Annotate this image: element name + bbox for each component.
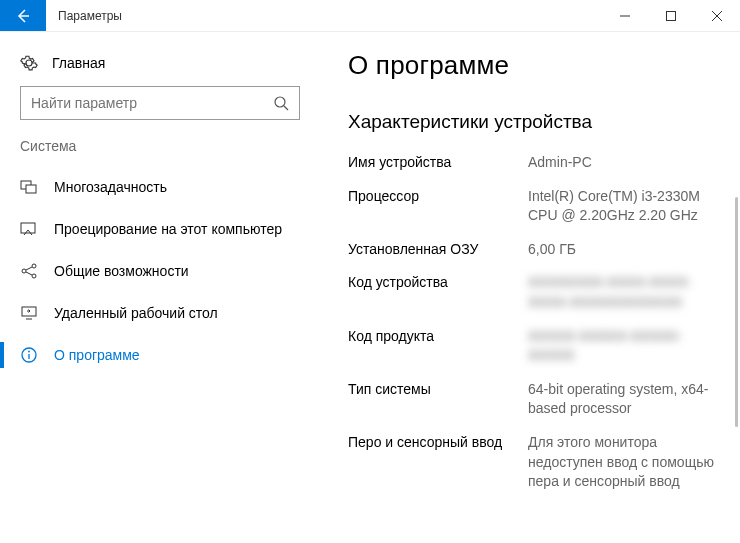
arrow-left-icon <box>15 8 31 24</box>
svg-point-5 <box>275 97 285 107</box>
spec-row-product-id: Код продукта XXXXX-XXXXX-XXXXX-XXXXX <box>348 327 720 366</box>
spec-label: Код продукта <box>348 327 528 366</box>
gear-icon <box>20 54 38 72</box>
shared-icon <box>20 262 38 280</box>
titlebar: Параметры <box>0 0 740 32</box>
spec-label: Перо и сенсорный ввод <box>348 433 528 492</box>
page-title: О программе <box>348 50 720 81</box>
spec-value: Intel(R) Core(TM) i3-2330M CPU @ 2.20GHz… <box>528 187 718 226</box>
svg-rect-9 <box>21 223 35 233</box>
svg-line-14 <box>26 272 32 275</box>
svg-rect-2 <box>667 11 676 20</box>
spec-row-device-id: Код устройства XXXXXXXX-XXXX-XXXX-XXXX-X… <box>348 273 720 312</box>
section-title: Характеристики устройства <box>348 111 720 133</box>
multitasking-icon <box>20 178 38 196</box>
info-icon <box>20 346 38 364</box>
svg-line-13 <box>26 267 32 270</box>
sidebar: Главная Система Многозадачность <box>0 32 320 543</box>
scrollbar-thumb[interactable] <box>735 197 738 427</box>
spec-value: Для этого монитора недоступен ввод с пом… <box>528 433 718 492</box>
maximize-icon <box>666 11 676 21</box>
spec-value-redacted: XXXXX-XXXXX-XXXXX-XXXXX <box>528 327 718 366</box>
svg-point-12 <box>32 274 36 278</box>
sidebar-item-label: Проецирование на этот компьютер <box>54 221 282 237</box>
sidebar-item-label: Удаленный рабочий стол <box>54 305 218 321</box>
spec-row-ram: Установленная ОЗУ 6,00 ГБ <box>348 240 720 260</box>
close-button[interactable] <box>694 0 740 31</box>
svg-point-11 <box>32 264 36 268</box>
spec-row-pen-touch: Перо и сенсорный ввод Для этого монитора… <box>348 433 720 492</box>
sidebar-item-about[interactable]: О программе <box>0 334 320 376</box>
spec-value: 6,00 ГБ <box>528 240 576 260</box>
sidebar-item-projecting[interactable]: Проецирование на этот компьютер <box>0 208 320 250</box>
minimize-button[interactable] <box>602 0 648 31</box>
spec-label: Тип системы <box>348 380 528 419</box>
sidebar-item-shared[interactable]: Общие возможности <box>0 250 320 292</box>
sidebar-home[interactable]: Главная <box>0 48 320 86</box>
sidebar-item-label: Многозадачность <box>54 179 167 195</box>
spec-value-redacted: XXXXXXXX-XXXX-XXXX-XXXX-XXXXXXXXXXXX <box>528 273 718 312</box>
main-content: О программе Характеристики устройства Им… <box>320 32 740 543</box>
remote-desktop-icon <box>20 304 38 322</box>
spec-label: Имя устройства <box>348 153 528 173</box>
sidebar-group-label: Система <box>0 138 320 166</box>
nav-list: Многозадачность Проецирование на этот ко… <box>0 166 320 376</box>
close-icon <box>712 11 722 21</box>
window-title: Параметры <box>46 0 134 31</box>
svg-line-6 <box>284 106 288 110</box>
spec-label: Установленная ОЗУ <box>348 240 528 260</box>
spec-row-device-name: Имя устройства Admin-PC <box>348 153 720 173</box>
spec-label: Процессор <box>348 187 528 226</box>
sidebar-home-label: Главная <box>52 55 105 71</box>
svg-rect-8 <box>26 185 36 193</box>
spec-row-processor: Процессор Intel(R) Core(TM) i3-2330M CPU… <box>348 187 720 226</box>
sidebar-item-multitasking[interactable]: Многозадачность <box>0 166 320 208</box>
window-controls <box>602 0 740 31</box>
maximize-button[interactable] <box>648 0 694 31</box>
spec-row-system-type: Тип системы 64-bit operating system, x64… <box>348 380 720 419</box>
search-box[interactable] <box>20 86 300 120</box>
sidebar-item-remote-desktop[interactable]: Удаленный рабочий стол <box>0 292 320 334</box>
svg-point-19 <box>28 351 30 353</box>
search-input[interactable] <box>31 95 273 111</box>
spec-value: Admin-PC <box>528 153 592 173</box>
svg-point-10 <box>22 269 26 273</box>
projecting-icon <box>20 220 38 238</box>
spec-label: Код устройства <box>348 273 528 312</box>
search-icon <box>273 95 289 111</box>
minimize-icon <box>620 11 630 21</box>
spec-value: 64-bit operating system, x64-based proce… <box>528 380 718 419</box>
sidebar-item-label: О программе <box>54 347 140 363</box>
back-button[interactable] <box>0 0 46 31</box>
sidebar-item-label: Общие возможности <box>54 263 189 279</box>
